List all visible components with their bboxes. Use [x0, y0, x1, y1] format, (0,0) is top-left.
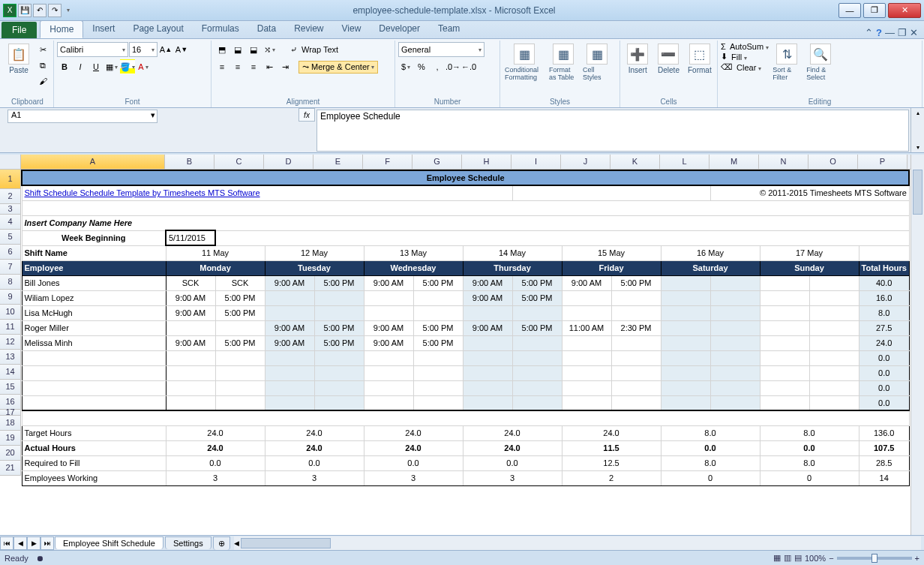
cell[interactable] [661, 320, 710, 335]
cell[interactable]: Friday [562, 260, 661, 275]
scrollbar-thumb[interactable] [913, 170, 922, 215]
decrease-indent-icon[interactable]: ⇤ [262, 59, 277, 74]
delete-cells-button[interactable]: ➖Delete [654, 42, 682, 76]
cell[interactable]: 5:00 PM [512, 275, 562, 290]
cell[interactable] [463, 365, 512, 380]
cell[interactable]: 5/11/2015 [166, 230, 215, 245]
row-header[interactable]: 21 [0, 461, 20, 476]
cell[interactable]: 0 [661, 470, 760, 485]
cell[interactable] [265, 305, 314, 320]
row-header[interactable]: 9 [0, 290, 20, 305]
ribbon-tab-review[interactable]: Review [285, 20, 332, 38]
cell[interactable] [364, 305, 413, 320]
workbook-minimize-icon[interactable]: — [885, 27, 895, 38]
cell[interactable] [512, 395, 562, 410]
cell[interactable] [809, 320, 859, 335]
cell[interactable]: 9:00 AM [265, 320, 314, 335]
row-header[interactable]: 1 [0, 170, 20, 189]
font-name-selector[interactable]: Calibri [57, 42, 128, 57]
row-header[interactable]: 11 [0, 320, 20, 335]
cell[interactable]: 24.0 [364, 440, 463, 455]
underline-button[interactable]: U [88, 59, 104, 74]
cell[interactable]: 9:00 AM [463, 290, 512, 305]
paste-button[interactable]: 📋 Paste [4, 42, 33, 76]
cell[interactable]: 11 May [166, 245, 265, 260]
tab-nav-next-icon[interactable]: ▶ [27, 536, 40, 550]
align-middle-icon[interactable]: ⬓ [230, 42, 245, 57]
fill-color-icon[interactable]: 🪣 [120, 59, 135, 74]
cell[interactable]: Target Hours [22, 425, 166, 440]
cell[interactable]: Week Beginning [22, 230, 166, 245]
cell[interactable] [463, 350, 512, 365]
cell[interactable] [710, 380, 760, 395]
cell[interactable]: 9:00 AM [364, 335, 413, 350]
cell[interactable] [611, 335, 661, 350]
cell[interactable]: 24.0 [859, 335, 909, 350]
cell[interactable]: 9:00 AM [463, 320, 512, 335]
cell[interactable] [166, 395, 215, 410]
cell[interactable]: 5:00 PM [215, 305, 265, 320]
column-header[interactable]: H [462, 155, 512, 169]
cell[interactable] [265, 350, 314, 365]
cell[interactable] [760, 350, 809, 365]
cell[interactable] [760, 305, 809, 320]
cell[interactable]: SCK [166, 275, 215, 290]
shrink-font-icon[interactable]: A▼ [174, 42, 189, 57]
cell[interactable] [166, 380, 215, 395]
cell[interactable]: Employee Schedule [22, 170, 909, 185]
cell[interactable]: 3 [364, 470, 463, 485]
cell[interactable]: 136.0 [859, 425, 909, 440]
cell[interactable]: 28.5 [859, 455, 909, 470]
cell[interactable]: 8.0 [661, 455, 760, 470]
ribbon-tab-formulas[interactable]: Formulas [193, 20, 248, 38]
cell[interactable] [562, 395, 611, 410]
cell[interactable] [413, 365, 463, 380]
cell[interactable]: 24.0 [166, 425, 265, 440]
cell[interactable]: 5:00 PM [314, 275, 364, 290]
cell[interactable] [364, 380, 413, 395]
cell[interactable] [562, 365, 611, 380]
cell[interactable]: Wednesday [364, 260, 463, 275]
name-box[interactable]: A1▾ [8, 110, 158, 123]
cell[interactable] [22, 365, 166, 380]
cell[interactable] [760, 365, 809, 380]
macro-record-icon[interactable]: ⏺ [36, 554, 44, 563]
cell[interactable]: 40.0 [859, 275, 909, 290]
cell[interactable] [710, 305, 760, 320]
cell[interactable]: 9:00 AM [562, 275, 611, 290]
column-header[interactable]: M [710, 155, 759, 169]
cell[interactable] [314, 365, 364, 380]
cell[interactable]: 9:00 AM [166, 305, 215, 320]
column-header[interactable]: J [561, 155, 610, 169]
cell[interactable]: 17 May [760, 245, 859, 260]
cell[interactable] [413, 395, 463, 410]
cell[interactable]: Total Hours [859, 260, 909, 275]
cell[interactable]: 0.0 [859, 395, 909, 410]
cell[interactable] [710, 365, 760, 380]
cell[interactable] [809, 335, 859, 350]
formula-expand-up-icon[interactable]: ▴ [916, 110, 920, 116]
row-header[interactable]: 7 [0, 260, 20, 275]
cell[interactable]: 2 [562, 470, 661, 485]
cell[interactable] [314, 290, 364, 305]
row-header[interactable]: 19 [0, 431, 20, 446]
cell[interactable]: 27.5 [859, 320, 909, 335]
cell-styles-button[interactable]: ▦Cell Styles [581, 42, 613, 83]
cell[interactable] [314, 350, 364, 365]
undo-icon[interactable]: ↶ [33, 4, 46, 17]
cell[interactable] [760, 380, 809, 395]
increase-decimal-icon[interactable]: .0→ [446, 59, 460, 74]
cell[interactable] [809, 380, 859, 395]
cell[interactable] [710, 395, 760, 410]
cell[interactable]: 9:00 AM [463, 275, 512, 290]
cell[interactable]: Roger Miller [22, 320, 166, 335]
find-select-button[interactable]: 🔍Find & Select [805, 42, 836, 83]
cell[interactable]: Shift Name [22, 245, 166, 260]
column-header[interactable]: A [21, 155, 165, 169]
cell[interactable] [265, 380, 314, 395]
cell[interactable]: 0.0 [859, 365, 909, 380]
cell[interactable] [562, 380, 611, 395]
cell[interactable] [760, 320, 809, 335]
cell[interactable] [661, 275, 710, 290]
column-header[interactable]: C [214, 155, 264, 169]
